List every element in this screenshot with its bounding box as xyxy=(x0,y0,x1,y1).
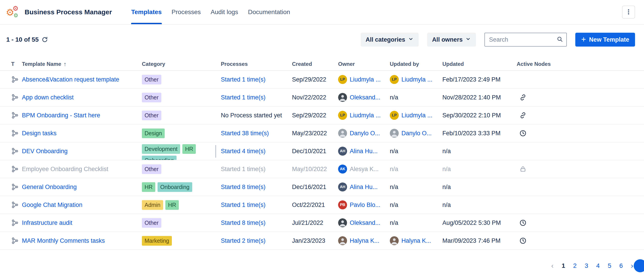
column-header-owner[interactable]: Owner xyxy=(338,61,390,67)
owner-filter-dropdown[interactable]: All owners xyxy=(427,33,476,47)
template-name-link[interactable]: General Onboarding xyxy=(22,184,77,191)
category-cell: Other xyxy=(142,214,221,231)
template-name-link[interactable]: Design tasks xyxy=(22,130,56,137)
processes-started-link[interactable]: Started 4 time(s) xyxy=(221,148,266,155)
category-tag: Other xyxy=(142,164,161,174)
processes-started-link[interactable]: Started 1 time(s) xyxy=(221,201,266,208)
floating-action-button[interactable] xyxy=(634,259,644,272)
process-template-icon xyxy=(11,147,19,155)
table-row: Infrastructure auditOtherStarted 8 time(… xyxy=(0,214,644,232)
page-5-button[interactable]: 5 xyxy=(608,262,611,269)
template-name-link[interactable]: DEV Onboarding xyxy=(22,148,68,155)
updated-by-value: n/a xyxy=(390,219,398,226)
template-name-link[interactable]: Absence&Vacation request template xyxy=(22,76,119,83)
owner-name-link[interactable]: Liudmyla ... xyxy=(350,112,381,119)
table-row: Employee Onboarding ChecklistOtherStarte… xyxy=(0,160,644,178)
page-2-button[interactable]: 2 xyxy=(573,262,577,269)
table-row: BPM Onboarding - Start hereOtherNo Proce… xyxy=(0,107,644,125)
column-header-template-name[interactable]: Template Name ↑ xyxy=(22,61,142,68)
owner-name-link[interactable]: Danylo O... xyxy=(350,130,380,137)
kebab-menu-button[interactable] xyxy=(622,6,635,19)
table-row: DEV OnboardingDevelopmentHROnboardingSta… xyxy=(0,142,644,160)
search-icon[interactable] xyxy=(556,36,563,44)
previous-page-button[interactable]: ‹ xyxy=(551,261,554,270)
search-input[interactable] xyxy=(489,36,556,43)
owner-name-link[interactable]: Alina Hu... xyxy=(350,184,378,191)
created-date: May/23/2022 xyxy=(292,130,327,137)
column-resize-handle[interactable] xyxy=(215,145,216,158)
process-template-icon xyxy=(11,219,19,227)
category-tag: HR xyxy=(165,200,179,210)
column-header-updated-by[interactable]: Updated by xyxy=(390,61,442,67)
updated-date: Sep/30/2022 2:10 PM xyxy=(442,112,501,119)
updated-date: Aug/05/2022 5:30 PM xyxy=(442,219,501,226)
column-header-processes[interactable]: Processes xyxy=(221,61,292,67)
template-name-link[interactable]: Infrastructure audit xyxy=(22,219,72,226)
updated-by-name-link[interactable]: Halyna K... xyxy=(402,237,431,244)
category-cell: Other xyxy=(142,89,221,106)
tab-processes[interactable]: Processes xyxy=(172,0,201,24)
updated-by-name-link[interactable]: Liudmyla ... xyxy=(402,112,432,119)
owner-avatar xyxy=(338,218,347,227)
category-tag: Other xyxy=(142,111,161,120)
tab-audit-logs[interactable]: Audit logs xyxy=(210,0,238,24)
page-4-button[interactable]: 4 xyxy=(596,262,600,269)
owner-avatar: LP xyxy=(338,75,347,84)
column-header-active-nodes[interactable]: Active Nodes xyxy=(517,61,566,67)
updated-by-name-link[interactable]: Danylo O... xyxy=(402,130,432,137)
updated-by-avatar xyxy=(390,129,399,138)
template-name-link[interactable]: App down checklist xyxy=(22,94,74,101)
column-header-type[interactable]: T xyxy=(11,61,22,67)
refresh-icon[interactable] xyxy=(42,36,48,43)
column-header-updated[interactable]: Updated xyxy=(442,61,517,67)
owner-name-link[interactable]: Alina Hu... xyxy=(350,148,378,155)
column-header-created[interactable]: Created xyxy=(292,61,338,67)
owner-avatar: AH xyxy=(338,147,347,156)
created-date: May/10/2022 xyxy=(292,166,327,173)
next-page-button[interactable]: › xyxy=(631,261,633,270)
owner-avatar: AH xyxy=(338,182,347,191)
kebab-menu-icon xyxy=(625,9,632,16)
category-filter-dropdown[interactable]: All categories xyxy=(361,33,419,47)
column-header-category[interactable]: Category xyxy=(142,61,221,67)
updated-by-name-link[interactable]: Liudmyla ... xyxy=(402,76,432,83)
owner-name-link[interactable]: Liudmyla ... xyxy=(350,76,381,83)
processes-started-link[interactable]: Started 2 time(s) xyxy=(221,237,266,244)
processes-started-link[interactable]: Started 38 time(s) xyxy=(221,130,269,137)
template-name-link[interactable]: Employee Onboarding Checklist xyxy=(22,166,108,173)
page-1-button[interactable]: 1 xyxy=(562,262,565,269)
new-template-button[interactable]: + New Template xyxy=(575,33,635,47)
updated-by-value: n/a xyxy=(390,148,398,155)
process-template-icon xyxy=(11,183,19,191)
tab-templates[interactable]: Templates xyxy=(131,0,162,24)
page-6-button[interactable]: 6 xyxy=(620,262,623,269)
owner-name-link[interactable]: Halyna K... xyxy=(350,237,379,244)
created-date: Oct/22/2021 xyxy=(292,201,325,208)
processes-started-link[interactable]: Started 8 time(s) xyxy=(221,219,266,226)
updated-by-avatar: LP xyxy=(390,111,399,120)
updated-by-value: n/a xyxy=(390,94,398,101)
owner-name-link[interactable]: Oleksand... xyxy=(350,94,380,101)
owner-name-link[interactable]: Pavlo Blo... xyxy=(350,201,380,208)
owner-name-link[interactable]: Alesya K... xyxy=(350,166,378,173)
processes-started-link[interactable]: Started 1 time(s) xyxy=(221,76,266,83)
template-name-link[interactable]: BPM Onboarding - Start here xyxy=(22,112,100,119)
template-name-link[interactable]: Google Chat Migration xyxy=(22,201,82,208)
chevron-down-icon xyxy=(465,36,471,44)
process-template-icon xyxy=(11,129,19,137)
owner-name-link[interactable]: Oleksand... xyxy=(350,219,380,226)
link-icon xyxy=(519,94,526,101)
table-row: Google Chat MigrationAdminHRStarted 1 ti… xyxy=(0,196,644,214)
processes-started-link[interactable]: Started 8 time(s) xyxy=(221,184,266,191)
processes-started-link[interactable]: Started 1 time(s) xyxy=(221,166,266,173)
created-date: Dec/16/2021 xyxy=(292,184,326,191)
result-count: 1 - 10 of 55 xyxy=(6,36,48,43)
updated-date: n/a xyxy=(442,148,451,155)
processes-started-link[interactable]: Started 1 time(s) xyxy=(221,94,266,101)
page-3-button[interactable]: 3 xyxy=(585,262,588,269)
updated-date: Mar/09/2023 7:46 PM xyxy=(442,237,500,244)
owner-avatar: LP xyxy=(338,111,347,120)
template-name-link[interactable]: MAR Monthly Comments tasks xyxy=(22,237,105,244)
category-tag: Admin xyxy=(142,200,163,210)
tab-documentation[interactable]: Documentation xyxy=(248,0,290,24)
